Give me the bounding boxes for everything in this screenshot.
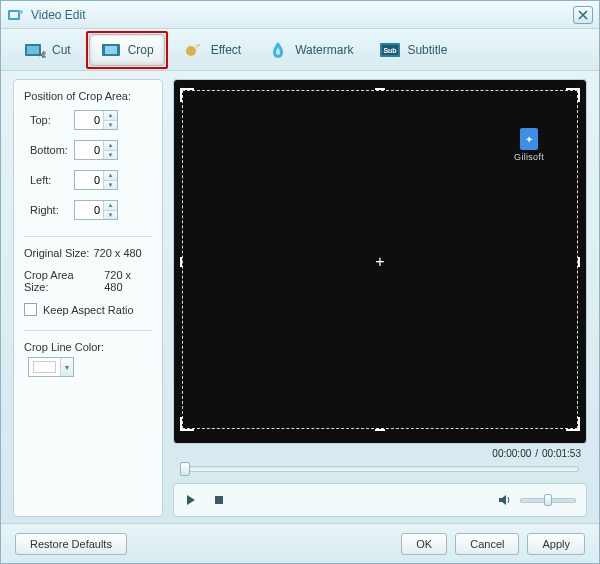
- video-preview[interactable]: + ✦ Gilisoft: [173, 79, 587, 444]
- ok-button[interactable]: OK: [401, 533, 447, 555]
- spinner-bottom[interactable]: ▲▼: [74, 140, 118, 160]
- subtitle-icon: Sub: [379, 41, 401, 59]
- tab-effect-label: Effect: [211, 43, 241, 57]
- svg-point-2: [19, 10, 23, 14]
- volume-thumb[interactable]: [544, 494, 552, 506]
- time-display: 00:00:00 / 00:01:53: [173, 444, 587, 461]
- tab-watermark[interactable]: Watermark: [256, 34, 364, 66]
- spinner-left-arrows[interactable]: ▲▼: [103, 171, 117, 189]
- svg-point-9: [186, 46, 196, 56]
- svg-point-10: [198, 44, 200, 46]
- arrow-down-icon[interactable]: ▼: [104, 121, 117, 130]
- spinner-bottom-arrows[interactable]: ▲▼: [103, 141, 117, 159]
- arrow-down-icon[interactable]: ▼: [104, 181, 117, 190]
- center-cross-icon: +: [375, 253, 384, 271]
- input-right[interactable]: [75, 204, 103, 216]
- keep-aspect-checkbox[interactable]: [24, 303, 37, 316]
- keep-aspect-label: Keep Aspect Ratio: [43, 304, 134, 316]
- effect-icon: [183, 41, 205, 59]
- volume-control: [498, 494, 576, 506]
- svg-rect-14: [215, 496, 223, 504]
- arrow-down-icon[interactable]: ▼: [104, 211, 117, 220]
- body: Position of Crop Area: Top: ▲▼ Bottom: ▲…: [1, 71, 599, 523]
- close-button[interactable]: [573, 6, 593, 24]
- play-button[interactable]: [184, 493, 198, 507]
- close-icon: [578, 10, 588, 20]
- tab-subtitle[interactable]: Sub Subtitle: [368, 34, 458, 66]
- speaker-icon[interactable]: [498, 494, 512, 506]
- input-left[interactable]: [75, 174, 103, 186]
- color-swatch: [33, 361, 56, 373]
- stop-icon: [214, 495, 224, 505]
- arrow-up-icon[interactable]: ▲: [104, 201, 117, 211]
- chevron-down-icon[interactable]: ▼: [60, 358, 73, 376]
- input-top[interactable]: [75, 114, 103, 126]
- crop-line-color-picker[interactable]: ▼: [28, 357, 74, 377]
- spinner-right-arrows[interactable]: ▲▼: [103, 201, 117, 219]
- crop-heading: Position of Crop Area:: [24, 90, 152, 102]
- crop-handle-right[interactable]: [578, 257, 580, 267]
- arrow-up-icon[interactable]: ▲: [104, 141, 117, 151]
- tab-cut-label: Cut: [52, 43, 71, 57]
- cut-icon: [24, 41, 46, 59]
- crop-handle-tr[interactable]: [566, 88, 580, 102]
- apply-button[interactable]: Apply: [527, 533, 585, 555]
- svg-text:Sub: Sub: [384, 47, 397, 54]
- spinner-right[interactable]: ▲▼: [74, 200, 118, 220]
- crop-handle-br[interactable]: [566, 417, 580, 431]
- original-size-row: Original Size: 720 x 480: [24, 247, 152, 259]
- divider: [24, 236, 152, 237]
- tab-effect[interactable]: Effect: [172, 34, 252, 66]
- restore-defaults-button[interactable]: Restore Defaults: [15, 533, 127, 555]
- watermark-icon: [267, 41, 289, 59]
- crop-tab-highlight: Crop: [86, 31, 168, 69]
- preview-watermark: ✦ Gilisoft: [514, 128, 544, 162]
- crop-area-label: Crop Area Size:: [24, 269, 100, 293]
- field-bottom: Bottom: ▲▼: [24, 140, 152, 160]
- play-icon: [185, 494, 197, 506]
- svg-rect-4: [27, 46, 39, 54]
- stop-button[interactable]: [212, 493, 226, 507]
- seek-thumb[interactable]: [180, 462, 190, 476]
- input-bottom[interactable]: [75, 144, 103, 156]
- spinner-top-arrows[interactable]: ▲▼: [103, 111, 117, 129]
- keep-aspect-row: Keep Aspect Ratio: [24, 303, 152, 316]
- svg-rect-8: [105, 46, 117, 54]
- video-edit-window: Video Edit Cut Crop Effect: [0, 0, 600, 564]
- crop-handle-tl[interactable]: [180, 88, 194, 102]
- tab-crop[interactable]: Crop: [89, 34, 165, 66]
- seek-slider[interactable]: [181, 466, 579, 472]
- tab-crop-label: Crop: [128, 43, 154, 57]
- label-left: Left:: [24, 174, 74, 186]
- crop-handle-left[interactable]: [180, 257, 182, 267]
- seek-slider-row: [173, 461, 587, 481]
- svg-rect-1: [10, 12, 18, 18]
- original-size-label: Original Size:: [24, 247, 89, 259]
- label-top: Top:: [24, 114, 74, 126]
- arrow-up-icon[interactable]: ▲: [104, 111, 117, 121]
- tab-bar: Cut Crop Effect Watermark Sub: [1, 29, 599, 71]
- spinner-left[interactable]: ▲▼: [74, 170, 118, 190]
- crop-handle-bottom[interactable]: [375, 429, 385, 431]
- field-top: Top: ▲▼: [24, 110, 152, 130]
- crop-line-color-label: Crop Line Color:: [24, 341, 152, 353]
- tab-cut[interactable]: Cut: [13, 34, 82, 66]
- crop-handle-top[interactable]: [375, 88, 385, 90]
- field-right: Right: ▲▼: [24, 200, 152, 220]
- arrow-down-icon[interactable]: ▼: [104, 151, 117, 160]
- crop-settings-panel: Position of Crop Area: Top: ▲▼ Bottom: ▲…: [13, 79, 163, 517]
- preview-watermark-text: Gilisoft: [514, 152, 544, 162]
- arrow-up-icon[interactable]: ▲: [104, 171, 117, 181]
- label-right: Right:: [24, 204, 74, 216]
- spinner-top[interactable]: ▲▼: [74, 110, 118, 130]
- crop-handle-bl[interactable]: [180, 417, 194, 431]
- time-separator: /: [535, 448, 538, 459]
- titlebar: Video Edit: [1, 1, 599, 29]
- logo-icon: ✦: [520, 128, 538, 150]
- original-size-value: 720 x 480: [93, 247, 141, 259]
- crop-area-size-row: Crop Area Size: 720 x 480: [24, 269, 152, 293]
- field-left: Left: ▲▼: [24, 170, 152, 190]
- volume-slider[interactable]: [520, 498, 576, 503]
- time-current: 00:00:00: [492, 448, 531, 459]
- cancel-button[interactable]: Cancel: [455, 533, 519, 555]
